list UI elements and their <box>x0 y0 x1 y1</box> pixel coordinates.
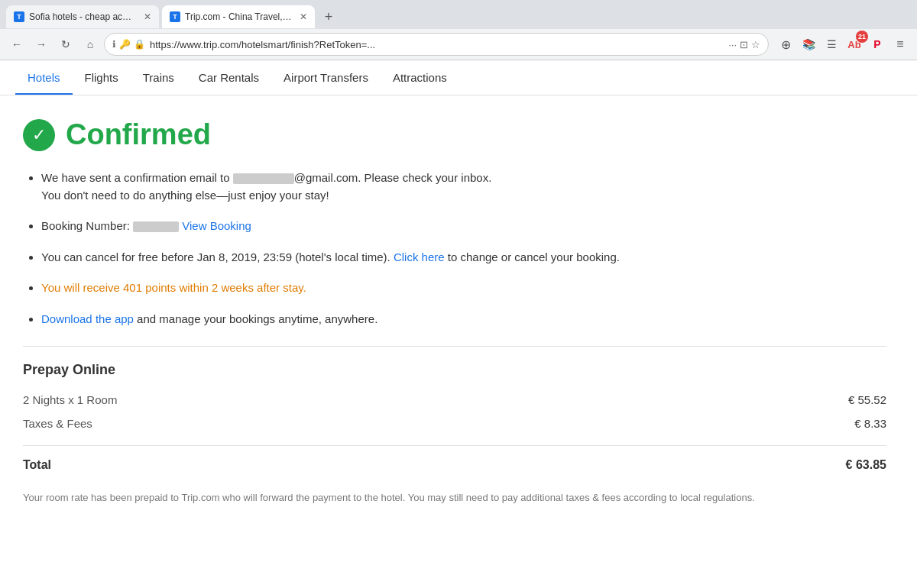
nav-hotels[interactable]: Hotels <box>15 60 73 95</box>
home-button[interactable]: ⌂ <box>79 34 101 55</box>
booking-text-before: Booking Number: <box>41 219 133 232</box>
email-suffix: @gmail.com. Please check your inbox. <box>294 171 492 184</box>
browser-extras: ⊕ 📚 ☰ Ab 21 P ≡ <box>775 34 911 55</box>
pinterest-button[interactable]: P <box>867 34 888 55</box>
tab-2[interactable]: T Trip.com - China Travel, Cheap ... ✕ <box>162 5 315 28</box>
nav-car-rentals[interactable]: Car Rentals <box>186 60 271 95</box>
menu-button[interactable]: ≡ <box>889 34 911 55</box>
tab-favicon-1: T <box>14 11 24 22</box>
key-icon: 🔑 <box>119 39 131 50</box>
tab-1[interactable]: T Sofia hotels - cheap accommo... ✕ <box>6 5 159 28</box>
adblock-count: 21 <box>856 31 868 43</box>
checkmark-icon: ✓ <box>32 125 46 145</box>
address-security-icons: ℹ 🔑 🔒 <box>112 39 145 50</box>
confirmed-header: ✓ Confirmed <box>23 118 886 151</box>
extensions-button[interactable]: ⊕ <box>775 34 796 55</box>
footer-note: Your room rate has been prepaid to Trip.… <box>23 490 886 506</box>
price-row-taxes: Taxes & Fees € 8.33 <box>23 417 886 430</box>
price-label-taxes: Taxes & Fees <box>23 417 92 430</box>
tab-title-1: Sofia hotels - cheap accommo... <box>29 11 136 22</box>
bookmark-icon[interactable]: ☆ <box>751 39 760 50</box>
confirmed-icon: ✓ <box>23 119 55 151</box>
bookmarks-button[interactable]: 📚 <box>798 34 819 55</box>
pocket-icon[interactable]: ⊡ <box>740 39 748 50</box>
tab-favicon-2: T <box>170 11 180 22</box>
forward-button[interactable]: → <box>31 34 52 55</box>
browser-toolbar: ← → ↻ ⌂ ℹ 🔑 🔒 https://www.trip.com/hotel… <box>0 29 917 60</box>
points-message: You will receive 401 points within 2 wee… <box>41 279 886 297</box>
nav-attractions[interactable]: Attractions <box>381 60 459 95</box>
price-row-nights: 2 Nights x 1 Room € 55.52 <box>23 393 886 406</box>
address-bar[interactable]: ℹ 🔑 🔒 https://www.trip.com/hotelsmart/fi… <box>104 33 769 56</box>
nav-trains[interactable]: Trains <box>131 60 186 95</box>
price-value-nights: € 55.52 <box>848 393 886 406</box>
adblock-button[interactable]: Ab 21 <box>844 34 865 55</box>
page-content: Hotels Flights Trains Car Rentals Airpor… <box>0 60 917 588</box>
browser-titlebar: T Sofia hotels - cheap accommo... ✕ T Tr… <box>0 0 917 29</box>
info-icon: ℹ <box>112 39 116 50</box>
more-icon[interactable]: ··· <box>728 39 737 50</box>
cancel-text-after: to change or cancel your booking. <box>445 250 620 263</box>
lock-icon: 🔒 <box>134 39 145 50</box>
tab-title-2: Trip.com - China Travel, Cheap ... <box>185 11 292 22</box>
refresh-button[interactable]: ↻ <box>55 34 76 55</box>
tab-close-1[interactable]: ✕ <box>144 11 151 22</box>
click-here-link[interactable]: Click here <box>394 250 445 263</box>
total-value: € 63.85 <box>846 458 886 472</box>
cancel-text-before: You can cancel for free before Jan 8, 20… <box>41 250 394 263</box>
reader-button[interactable]: ☰ <box>821 34 842 55</box>
tab-close-2[interactable]: ✕ <box>300 11 307 22</box>
address-right-icons: ··· ⊡ ☆ <box>728 39 760 50</box>
booking-message: Booking Number: View Booking <box>41 218 886 235</box>
nav-bar: Hotels Flights Trains Car Rentals Airpor… <box>0 60 917 95</box>
app-text-after: and manage your bookings anytime, anywhe… <box>134 312 377 325</box>
email-message: We have sent a confirmation email to @gm… <box>41 170 886 204</box>
price-row-total: Total € 63.85 <box>23 445 886 472</box>
cancel-message: You can cancel for free before Jan 8, 20… <box>41 249 886 267</box>
download-app-link[interactable]: Download the app <box>41 312 134 325</box>
section-separator <box>23 346 886 347</box>
confirmed-info-list: We have sent a confirmation email to @gm… <box>23 170 886 328</box>
email-text-after: You don't need to do anything else—just … <box>41 189 329 202</box>
pricing-title: Prepay Online <box>23 362 886 378</box>
confirmed-title: Confirmed <box>66 118 211 151</box>
new-tab-button[interactable]: + <box>318 6 339 27</box>
main-area: ✓ Confirmed We have sent a confirmation … <box>0 95 917 528</box>
browser-chrome: T Sofia hotels - cheap accommo... ✕ T Tr… <box>0 0 917 60</box>
app-message: Download the app and manage your booking… <box>41 311 886 328</box>
back-button[interactable]: ← <box>6 34 28 55</box>
nav-airport-transfers[interactable]: Airport Transfers <box>271 60 381 95</box>
view-booking-link[interactable]: View Booking <box>182 219 251 232</box>
nav-flights[interactable]: Flights <box>73 60 131 95</box>
booking-number-redacted <box>133 221 179 232</box>
price-value-taxes: € 8.33 <box>854 417 886 430</box>
points-text: You will receive 401 points within 2 wee… <box>41 281 306 294</box>
email-text-before: We have sent a confirmation email to <box>41 171 233 184</box>
url-text: https://www.trip.com/hotelsmart/finish?R… <box>150 39 724 50</box>
total-label: Total <box>23 458 51 472</box>
price-label-nights: 2 Nights x 1 Room <box>23 393 117 406</box>
email-redacted <box>233 173 294 184</box>
